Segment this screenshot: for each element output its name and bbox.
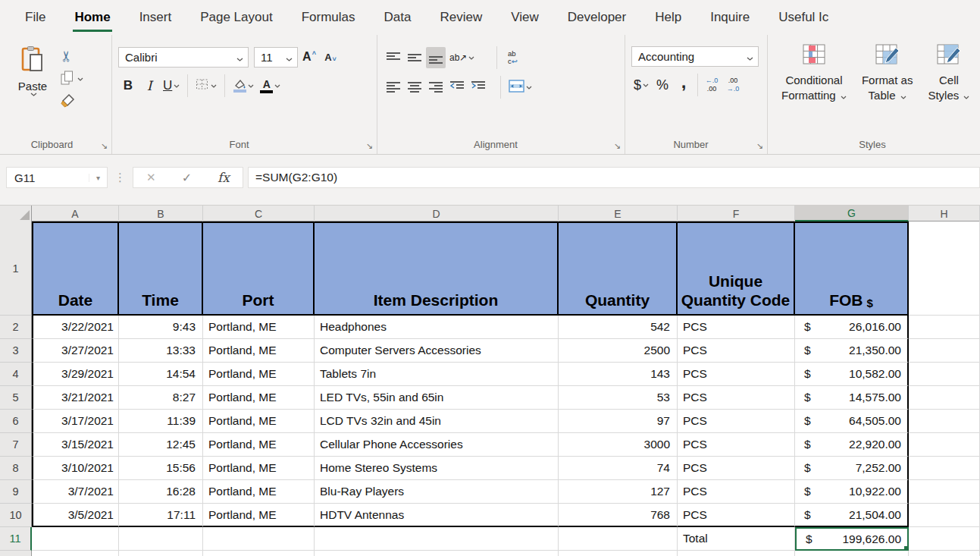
cell-E4[interactable]: 143	[559, 363, 678, 386]
accounting-format-button[interactable]: $	[631, 74, 651, 96]
italic-button[interactable]: I	[139, 75, 159, 96]
row-header-1[interactable]: 1	[0, 221, 32, 316]
column-header-G[interactable]: G	[795, 206, 909, 221]
cell-E12[interactable]	[559, 551, 678, 556]
row-header-5[interactable]: 5	[0, 386, 32, 410]
cell-A4[interactable]: 3/29/2021	[32, 363, 119, 386]
cell-H10[interactable]	[909, 504, 980, 527]
cell-E10[interactable]: 768	[559, 504, 678, 527]
comma-style-button[interactable]: ,	[674, 74, 694, 96]
cell-F8[interactable]: PCS	[678, 457, 795, 480]
cell-B6[interactable]: 11:39	[119, 410, 203, 433]
fill-color-button[interactable]	[230, 75, 256, 96]
tab-useful-ic[interactable]: Useful Ic	[764, 0, 843, 35]
tab-view[interactable]: View	[496, 0, 553, 35]
increase-decimal-button[interactable]: ←.0.00	[702, 74, 722, 96]
cell-H1[interactable]	[909, 221, 980, 316]
cell-F7[interactable]: PCS	[678, 433, 795, 457]
decrease-font-size-button[interactable]: A˅	[321, 46, 340, 68]
cell-B10[interactable]: 17:11	[119, 504, 203, 527]
cell-B1[interactable]: Time	[119, 221, 203, 316]
conditional-formatting-button[interactable]: ConditionalFormatting	[774, 35, 854, 136]
column-header-F[interactable]: F	[678, 206, 795, 221]
cell-C11[interactable]	[203, 527, 315, 551]
column-header-B[interactable]: B	[119, 206, 203, 221]
cell-F9[interactable]: PCS	[678, 480, 795, 504]
column-header-E[interactable]: E	[559, 206, 678, 221]
cell-F5[interactable]: PCS	[678, 386, 795, 410]
cell-F6[interactable]: PCS	[678, 410, 795, 433]
column-header-D[interactable]: D	[315, 206, 559, 221]
cell-C9[interactable]: Portland, ME	[203, 480, 315, 504]
cell-G2[interactable]: $26,016.00	[795, 316, 909, 339]
cell-H6[interactable]	[909, 410, 980, 433]
cell-C7[interactable]: Portland, ME	[203, 433, 315, 457]
cell-H5[interactable]	[909, 386, 980, 410]
cell-C8[interactable]: Portland, ME	[203, 457, 315, 480]
cell-B7[interactable]: 12:45	[119, 433, 203, 457]
borders-button[interactable]	[193, 75, 219, 96]
cell-E9[interactable]: 127	[559, 480, 678, 504]
cell-E2[interactable]: 542	[559, 316, 678, 339]
row-header-2[interactable]: 2	[0, 316, 32, 339]
cell-A6[interactable]: 3/17/2021	[32, 410, 119, 433]
cell-C3[interactable]: Portland, ME	[203, 339, 315, 363]
tab-developer[interactable]: Developer	[553, 0, 641, 35]
cell-F3[interactable]: PCS	[678, 339, 795, 363]
active-cell-G11[interactable]: $199,626.00	[795, 527, 909, 551]
cell-F12[interactable]	[678, 551, 795, 556]
cell-B8[interactable]: 15:56	[119, 457, 203, 480]
copy-button[interactable]	[61, 70, 83, 88]
cell-H11[interactable]	[909, 527, 980, 551]
cell-G7[interactable]: $22,920.00	[795, 433, 909, 457]
cell-E1[interactable]: Quantity	[559, 221, 678, 316]
cell-D11[interactable]	[315, 527, 559, 551]
cell-A8[interactable]: 3/10/2021	[32, 457, 119, 480]
tab-help[interactable]: Help	[640, 0, 696, 35]
cell-C12[interactable]	[203, 551, 315, 556]
font-color-button[interactable]: A	[258, 75, 283, 96]
column-header-H[interactable]: H	[909, 206, 980, 221]
cell-D3[interactable]: Computer Servers Accessories	[315, 339, 559, 363]
cell-styles-button[interactable]: CellStyles	[920, 35, 977, 136]
increase-font-size-button[interactable]: A˄	[299, 46, 319, 68]
cell-A11[interactable]	[32, 527, 119, 551]
align-center-button[interactable]	[405, 77, 424, 98]
row-header-12[interactable]	[0, 551, 32, 556]
merge-center-button[interactable]	[506, 77, 534, 98]
format-as-table-button[interactable]: Format asTable	[854, 35, 921, 136]
insert-function-icon[interactable]: fx	[218, 170, 230, 185]
formula-input[interactable]: =SUM(G2:G10)	[248, 167, 980, 188]
font-size-combo[interactable]: 11	[254, 47, 298, 68]
tab-data[interactable]: Data	[370, 0, 426, 35]
cell-C10[interactable]: Portland, ME	[203, 504, 315, 527]
top-align-button[interactable]	[384, 47, 403, 68]
middle-align-button[interactable]	[405, 47, 424, 68]
cell-F1[interactable]: Unique Quantity Code	[678, 221, 795, 316]
underline-button[interactable]: U	[161, 75, 182, 96]
cell-D6[interactable]: LCD TVs 32in and 45in	[315, 410, 559, 433]
align-right-button[interactable]	[426, 77, 446, 98]
cell-F11[interactable]: Total	[678, 527, 795, 551]
row-header-7[interactable]: 7	[0, 433, 32, 457]
paste-button[interactable]: Paste	[9, 35, 56, 136]
wrap-text-button[interactable]: abc↩	[503, 47, 522, 68]
cell-H8[interactable]	[909, 457, 980, 480]
cell-F2[interactable]: PCS	[678, 316, 795, 339]
cell-G12[interactable]	[795, 551, 909, 556]
decrease-indent-button[interactable]	[447, 77, 467, 98]
confirm-entry-icon[interactable]: ✓	[182, 171, 192, 185]
cell-D9[interactable]: Blu-Ray Players	[315, 480, 559, 504]
cell-A2[interactable]: 3/22/2021	[32, 316, 119, 339]
cell-A5[interactable]: 3/21/2021	[32, 386, 119, 410]
name-box-dropdown[interactable]: ▾	[89, 174, 107, 182]
tab-review[interactable]: Review	[425, 0, 496, 35]
row-header-6[interactable]: 6	[0, 410, 32, 433]
cell-G9[interactable]: $10,922.00	[795, 480, 909, 504]
cell-C6[interactable]: Portland, ME	[203, 410, 315, 433]
tab-formulas[interactable]: Formulas	[287, 0, 370, 35]
name-box[interactable]: G11 ▾	[6, 167, 108, 188]
select-all-corner[interactable]	[0, 206, 32, 221]
cell-D4[interactable]: Tablets 7in	[315, 363, 559, 386]
clipboard-dialog-launcher[interactable]: ↘	[101, 141, 108, 151]
